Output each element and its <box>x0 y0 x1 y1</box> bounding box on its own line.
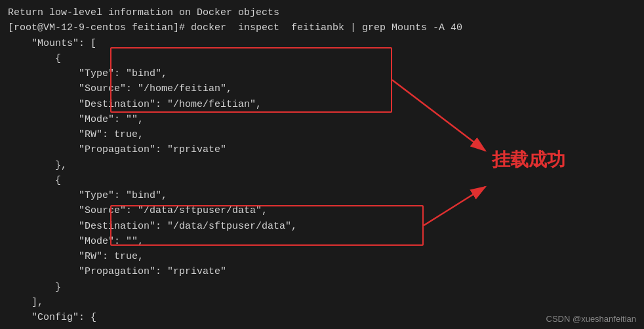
terminal-line-16: "Mode": "", <box>8 234 636 249</box>
terminal-line-2: [root@VM-12-9-centos feitian]# docker in… <box>8 20 636 35</box>
csdn-watermark: CSDN @xueshanfeitian <box>546 314 636 324</box>
terminal-line-20: ], <box>8 295 636 310</box>
terminal-line-3: "Mounts": [ <box>8 36 636 51</box>
terminal-line-8: "Mode": "", <box>8 112 636 127</box>
terminal-line-13: "Type": "bind", <box>8 188 636 203</box>
terminal-line-1: Return low-level information on Docker o… <box>8 5 636 20</box>
success-label: 挂载成功 <box>492 147 565 172</box>
terminal-line-5: "Type": "bind", <box>8 66 636 81</box>
terminal-line-4: { <box>8 51 636 66</box>
terminal-line-19: } <box>8 280 636 295</box>
terminal-line-18: "Propagation": "rprivate" <box>8 264 636 279</box>
terminal-line-21: "Config": { <box>8 310 636 325</box>
terminal-line-15: "Destination": "/data/sftpuser/data", <box>8 219 636 234</box>
terminal-line-7: "Destination": "/home/feitian", <box>8 97 636 112</box>
terminal-line-12: { <box>8 173 636 188</box>
terminal-line-14: "Source": "/data/sftpuser/data", <box>8 203 636 218</box>
terminal-line-17: "RW": true, <box>8 249 636 264</box>
terminal-line-6: "Source": "/home/feitian", <box>8 81 636 96</box>
terminal-line-9: "RW": true, <box>8 127 636 142</box>
terminal-window: Return low-level information on Docker o… <box>0 0 644 329</box>
